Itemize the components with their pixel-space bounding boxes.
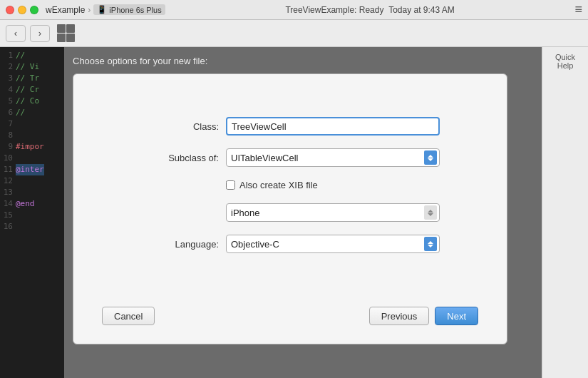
quick-help-label: Quick Help: [547, 53, 584, 70]
device-select-wrapper: iPhone iPad Universal: [226, 203, 440, 222]
project-name[interactable]: wExample: [46, 5, 85, 15]
xib-checkbox-label[interactable]: Also create XIB file: [239, 180, 318, 190]
device-row: iPhone iPad Universal: [140, 203, 440, 222]
dialog-box: Class: Subclass of: UITableViewCell UICo…: [73, 73, 507, 344]
class-field-container: [226, 117, 440, 136]
xib-checkbox-container: Also create XIB file: [226, 180, 440, 190]
xib-checkbox-row-inner: Also create XIB file: [226, 180, 440, 190]
build-status: Ready: [359, 5, 384, 15]
build-time: Today at 9:43 AM: [388, 5, 455, 15]
subclass-field-container: UITableViewCell UICollectionViewCell UIV…: [226, 148, 440, 167]
breadcrumb: wExample › 📱 iPhone 6s Plus: [46, 4, 165, 15]
nav-buttons: Previous Next: [369, 307, 478, 325]
close-button[interactable]: [6, 6, 14, 14]
next-button[interactable]: Next: [435, 307, 478, 325]
device-field-container: iPhone iPad Universal: [226, 203, 440, 222]
xib-checkbox-row: Also create XIB file: [140, 180, 440, 190]
dialog-buttons: Cancel Previous Next: [88, 295, 492, 330]
quick-help-panel: Quick Help: [542, 47, 588, 378]
previous-button[interactable]: Previous: [369, 307, 430, 325]
forward-button[interactable]: ›: [30, 25, 50, 42]
language-select[interactable]: Objective-C Swift: [226, 235, 440, 253]
class-input[interactable]: [226, 117, 440, 136]
subclass-select-wrapper: UITableViewCell UICollectionViewCell UIV…: [226, 148, 440, 167]
minimize-button[interactable]: [18, 6, 26, 14]
breadcrumb-sep-1: ›: [88, 5, 91, 15]
cancel-button[interactable]: Cancel: [102, 307, 155, 325]
titlebar: wExample › 📱 iPhone 6s Plus TreeViewExam…: [0, 0, 588, 20]
line-numbers: 12345 678910 111213141516: [0, 47, 16, 233]
toolbar: ‹ ›: [0, 20, 588, 47]
language-label: Language:: [140, 239, 219, 250]
traffic-lights: [6, 6, 38, 14]
language-select-wrapper: Objective-C Swift: [226, 235, 440, 253]
xib-checkbox[interactable]: [226, 180, 235, 190]
app-name: TreeViewExample: [285, 5, 354, 15]
maximize-button[interactable]: [30, 6, 38, 14]
code-panel: 12345 678910 111213141516 // // Vi // Tr…: [0, 47, 64, 378]
subclass-label: Subclass of:: [140, 153, 219, 163]
class-label: Class:: [140, 121, 219, 132]
code-content: // // Vi // Tr // Cr // Co // #impor @in…: [16, 50, 44, 233]
dialog-area: Choose options for your new file: Class:…: [64, 47, 542, 378]
device-badge: 📱 iPhone 6s Plus: [93, 4, 165, 15]
form-area: Class: Subclass of: UITableViewCell UICo…: [88, 96, 492, 295]
class-row: Class:: [140, 117, 440, 136]
device-select[interactable]: iPhone iPad Universal: [226, 203, 440, 222]
titlebar-status: TreeViewExample : Ready Today at 9:43 AM: [170, 5, 571, 15]
subclass-row: Subclass of: UITableViewCell UICollectio…: [140, 148, 440, 167]
device-icon: 📱: [97, 5, 107, 14]
dialog-title: Choose options for your new file:: [73, 56, 207, 66]
grid-view-toggle[interactable]: [57, 24, 75, 42]
subclass-select[interactable]: UITableViewCell UICollectionViewCell UIV…: [226, 148, 440, 167]
language-field-container: Objective-C Swift: [226, 235, 440, 253]
main-area: 12345 678910 111213141516 // // Vi // Tr…: [0, 47, 588, 378]
device-name[interactable]: iPhone 6s Plus: [109, 6, 161, 14]
back-button[interactable]: ‹: [6, 25, 26, 42]
language-row: Language: Objective-C Swift: [140, 235, 440, 253]
sidebar-toggle-icon[interactable]: ≡: [574, 2, 582, 17]
